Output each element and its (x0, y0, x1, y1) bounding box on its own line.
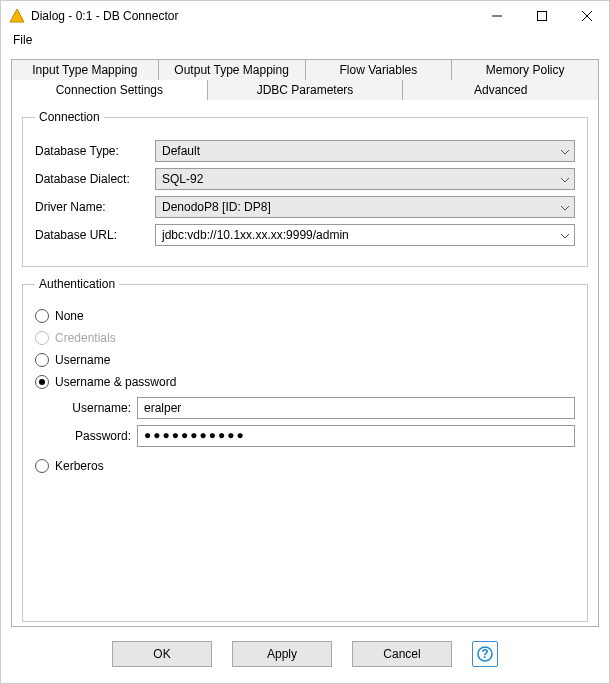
radio-label-kerberos: Kerberos (55, 459, 104, 473)
label-username: Username: (59, 401, 137, 415)
tab-flow-variables[interactable]: Flow Variables (306, 59, 453, 80)
radio-label-none: None (55, 309, 84, 323)
tab-output-type-mapping[interactable]: Output Type Mapping (159, 59, 306, 80)
legend-authentication: Authentication (35, 277, 119, 291)
credentials-subform: Username: eralper Password: ●●●●●●●●●●● (59, 397, 575, 447)
radio-row-username-password[interactable]: Username & password (35, 375, 575, 389)
radio-username-password[interactable] (35, 375, 49, 389)
radio-none[interactable] (35, 309, 49, 323)
chevron-down-icon (560, 172, 570, 186)
combo-db-url[interactable]: jdbc:vdb://10.1xx.xx.xx:9999/admin (155, 224, 575, 246)
radio-label-credentials: Credentials (55, 331, 116, 345)
tab-advanced[interactable]: Advanced (403, 80, 599, 100)
combo-db-url-value: jdbc:vdb://10.1xx.xx.xx:9999/admin (162, 228, 349, 242)
label-db-type: Database Type: (35, 144, 155, 158)
label-password: Password: (59, 429, 137, 443)
tabs-row-1: Input Type Mapping Output Type Mapping F… (11, 59, 599, 80)
select-driver-name-value: DenodoP8 [ID: DP8] (162, 200, 271, 214)
content-area: Input Type Mapping Output Type Mapping F… (1, 51, 609, 683)
menu-file[interactable]: File (9, 31, 36, 49)
tab-jdbc-parameters[interactable]: JDBC Parameters (208, 80, 404, 100)
legend-connection: Connection (35, 110, 104, 124)
select-driver-name[interactable]: DenodoP8 [ID: DP8] (155, 196, 575, 218)
app-icon (9, 8, 25, 24)
chevron-down-icon (560, 228, 570, 242)
input-username[interactable]: eralper (137, 397, 575, 419)
tab-body: Connection Database Type: Default Databa… (11, 100, 599, 627)
help-button[interactable]: ? (472, 641, 498, 667)
select-db-dialect[interactable]: SQL-92 (155, 168, 575, 190)
svg-rect-2 (537, 12, 546, 21)
radio-username[interactable] (35, 353, 49, 367)
select-db-type-value: Default (162, 144, 200, 158)
ok-button[interactable]: OK (112, 641, 212, 667)
select-db-type[interactable]: Default (155, 140, 575, 162)
cancel-button[interactable]: Cancel (352, 641, 452, 667)
chevron-down-icon (560, 200, 570, 214)
radio-credentials (35, 331, 49, 345)
window-title: Dialog - 0:1 - DB Connector (31, 9, 474, 23)
window-controls (474, 1, 609, 31)
radio-label-username: Username (55, 353, 110, 367)
fieldset-authentication: Authentication None Credentials Username… (22, 277, 588, 622)
button-bar: OK Apply Cancel ? (11, 627, 599, 683)
radio-row-credentials: Credentials (35, 331, 575, 345)
input-password-value: ●●●●●●●●●●● (144, 429, 246, 441)
radio-kerberos[interactable] (35, 459, 49, 473)
label-db-url: Database URL: (35, 228, 155, 242)
minimize-button[interactable] (474, 1, 519, 31)
fieldset-connection: Connection Database Type: Default Databa… (22, 110, 588, 267)
tab-memory-policy[interactable]: Memory Policy (452, 59, 599, 80)
label-driver-name: Driver Name: (35, 200, 155, 214)
radio-row-none[interactable]: None (35, 309, 575, 323)
titlebar: Dialog - 0:1 - DB Connector (1, 1, 609, 31)
input-username-value: eralper (144, 401, 181, 415)
dialog-window: Dialog - 0:1 - DB Connector File Input T… (0, 0, 610, 684)
radio-row-username[interactable]: Username (35, 353, 575, 367)
menubar: File (1, 31, 609, 51)
tabs-row-2: Connection Settings JDBC Parameters Adva… (11, 80, 599, 100)
close-button[interactable] (564, 1, 609, 31)
maximize-button[interactable] (519, 1, 564, 31)
chevron-down-icon (560, 144, 570, 158)
svg-text:?: ? (481, 647, 488, 661)
apply-button[interactable]: Apply (232, 641, 332, 667)
select-db-dialect-value: SQL-92 (162, 172, 203, 186)
radio-label-username-password: Username & password (55, 375, 176, 389)
input-password[interactable]: ●●●●●●●●●●● (137, 425, 575, 447)
tab-connection-settings[interactable]: Connection Settings (11, 80, 208, 100)
tab-input-type-mapping[interactable]: Input Type Mapping (11, 59, 159, 80)
radio-row-kerberos[interactable]: Kerberos (35, 459, 575, 473)
label-db-dialect: Database Dialect: (35, 172, 155, 186)
svg-marker-0 (10, 9, 24, 22)
